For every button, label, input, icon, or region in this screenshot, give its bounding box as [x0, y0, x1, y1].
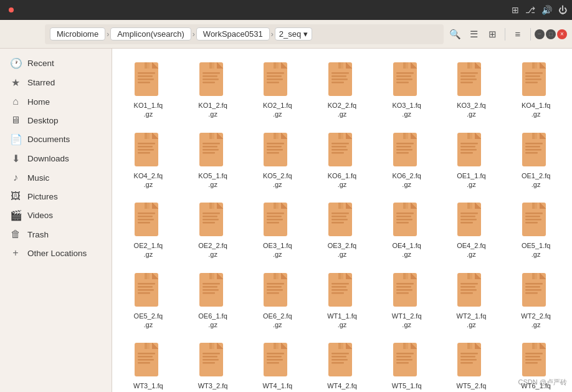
- svg-rect-161: [341, 203, 343, 209]
- file-icon: [197, 272, 229, 309]
- breadcrumb-microbiome[interactable]: Microbiome: [50, 27, 105, 41]
- list-item[interactable]: KO3_2.fq.gz: [441, 56, 503, 124]
- svg-rect-159: [331, 222, 344, 224]
- sidebar-item-documents[interactable]: 📄 Documents: [0, 130, 112, 149]
- svg-rect-71: [147, 133, 150, 139]
- list-item[interactable]: WT6_1.fq.gz: [505, 337, 567, 392]
- list-item[interactable]: KO3_1.fq.gz: [376, 56, 438, 124]
- toolbar: Microbiome › Amplicon(vsearch) › WorkSpa…: [0, 20, 572, 49]
- svg-rect-211: [267, 286, 282, 288]
- sidebar-item-downloads[interactable]: ⬇ Downloads: [0, 149, 112, 168]
- list-item[interactable]: OE3_2.fq.gz: [311, 196, 373, 264]
- breadcrumb-2seq[interactable]: 2_seq ▾: [275, 27, 312, 41]
- list-item[interactable]: KO1_2.fq.gz: [182, 56, 244, 124]
- list-item[interactable]: KO2_1.fq.gz: [246, 56, 308, 124]
- svg-rect-167: [396, 219, 412, 221]
- file-label: WT4_2.fq.gz: [327, 381, 357, 392]
- list-item[interactable]: KO6_2.fq.gz: [376, 127, 438, 194]
- list-item[interactable]: KO6_1.fq.gz: [311, 127, 373, 194]
- list-item[interactable]: WT3_2.fq.gz: [182, 337, 244, 392]
- svg-rect-138: [203, 213, 220, 214]
- file-icon: [455, 272, 487, 309]
- list-item[interactable]: KO2_2.fq.gz: [311, 56, 373, 124]
- file-label: WT1_1.fq.gz: [327, 312, 357, 330]
- svg-rect-66: [138, 143, 155, 145]
- svg-rect-106: [403, 133, 406, 139]
- breadcrumb-amplicon[interactable]: Amplicon(vsearch): [110, 27, 191, 41]
- file-icon: [197, 201, 229, 239]
- svg-rect-214: [274, 273, 276, 279]
- file-label: WT4_1.fq.gz: [262, 381, 292, 392]
- list-item[interactable]: WT4_2.fq.gz: [311, 337, 373, 392]
- svg-rect-57: [525, 72, 543, 74]
- forward-button[interactable]: [25, 26, 42, 43]
- sidebar-item-recent[interactable]: 🕐 Recent: [0, 54, 112, 73]
- list-item[interactable]: OE6_2.fq.gz: [246, 267, 308, 335]
- list-item[interactable]: OE3_1.fq.gz: [246, 196, 308, 264]
- list-item[interactable]: WT2_2.fq.gz: [505, 267, 567, 335]
- network-icon: ⊞: [512, 5, 519, 15]
- svg-rect-86: [267, 149, 283, 151]
- sidebar-item-starred[interactable]: ★ Starred: [0, 73, 112, 92]
- svg-rect-85: [267, 146, 282, 148]
- svg-rect-250: [532, 273, 535, 279]
- svg-rect-170: [406, 203, 408, 209]
- sidebar-item-other-locations[interactable]: + Other Locations: [0, 244, 112, 262]
- list-item[interactable]: KO5_2.fq.gz: [246, 127, 308, 194]
- svg-rect-14: [203, 79, 219, 80]
- svg-rect-143: [212, 203, 214, 209]
- list-item[interactable]: OE2_1.fq.gz: [117, 196, 179, 264]
- list-item[interactable]: KO4_2.fq.gz: [117, 127, 179, 194]
- grid-view-button[interactable]: ⊞: [484, 26, 501, 43]
- list-item[interactable]: WT5_2.fq.gz: [441, 337, 503, 392]
- svg-rect-255: [138, 353, 155, 355]
- svg-rect-16: [209, 62, 212, 69]
- list-item[interactable]: WT2_1.fq.gz: [441, 267, 503, 335]
- close-button[interactable]: ×: [557, 29, 567, 39]
- list-item[interactable]: OE1_1.fq.gz: [441, 127, 503, 194]
- list-item[interactable]: WT1_2.fq.gz: [376, 267, 438, 335]
- list-item[interactable]: OE4_1.fq.gz: [376, 196, 438, 264]
- minimize-button[interactable]: −: [535, 29, 545, 39]
- sidebar-item-desktop[interactable]: 🖥 Desktop: [0, 111, 112, 130]
- file-label: KO2_1.fq.gz: [263, 101, 292, 119]
- back-button[interactable]: [5, 26, 22, 43]
- sidebar-item-videos[interactable]: 🎬 Videos: [0, 206, 112, 225]
- svg-rect-183: [525, 213, 543, 214]
- sidebar-item-home[interactable]: ⌂ Home: [0, 92, 112, 111]
- list-item[interactable]: OE2_2.fq.gz: [182, 196, 244, 264]
- list-item[interactable]: KO4_1.fq.gz: [505, 56, 567, 124]
- file-icon: [197, 342, 229, 379]
- breadcrumb-workspace[interactable]: WorkSpace0531: [196, 27, 270, 41]
- list-item[interactable]: OE6_1.fq.gz: [182, 267, 244, 335]
- file-label: OE6_2.fq.gz: [263, 312, 292, 330]
- list-item[interactable]: OE5_2.fq.gz: [117, 267, 179, 335]
- list-item[interactable]: KO1_1.fq.gz: [117, 56, 179, 124]
- svg-rect-203: [203, 289, 219, 291]
- search-button[interactable]: 🔍: [446, 26, 464, 43]
- file-icon: [197, 131, 229, 169]
- svg-rect-204: [203, 292, 215, 294]
- file-label: WT1_2.fq.gz: [392, 312, 422, 330]
- sidebar-item-trash[interactable]: 🗑 Trash: [0, 225, 112, 244]
- svg-rect-221: [331, 289, 348, 291]
- maximize-button[interactable]: □: [546, 29, 556, 39]
- list-item[interactable]: WT4_1.fq.gz: [246, 337, 308, 392]
- sidebar-item-pictures[interactable]: 🖼 Pictures: [0, 187, 112, 206]
- list-view-button[interactable]: ☰: [465, 26, 482, 43]
- power-icon: ⏻: [558, 5, 567, 15]
- sidebar-item-music[interactable]: ♪ Music: [0, 168, 112, 187]
- file-icon: [326, 61, 358, 98]
- list-item[interactable]: WT1_1.fq.gz: [311, 267, 373, 335]
- list-item[interactable]: WT5_1.fq.gz: [376, 337, 438, 392]
- menu-button[interactable]: ≡: [509, 26, 527, 43]
- file-icon: [261, 342, 293, 379]
- svg-rect-242: [470, 273, 472, 279]
- list-item[interactable]: OE5_1.fq.gz: [505, 196, 567, 264]
- list-item[interactable]: KO5_1.fq.gz: [182, 127, 244, 194]
- svg-rect-152: [276, 203, 279, 209]
- list-item[interactable]: OE4_2.fq.gz: [441, 196, 503, 264]
- list-item[interactable]: WT3_1.fq.gz: [117, 337, 179, 392]
- list-item[interactable]: OE1_2.fq.gz: [505, 127, 567, 194]
- file-icon: [261, 61, 293, 98]
